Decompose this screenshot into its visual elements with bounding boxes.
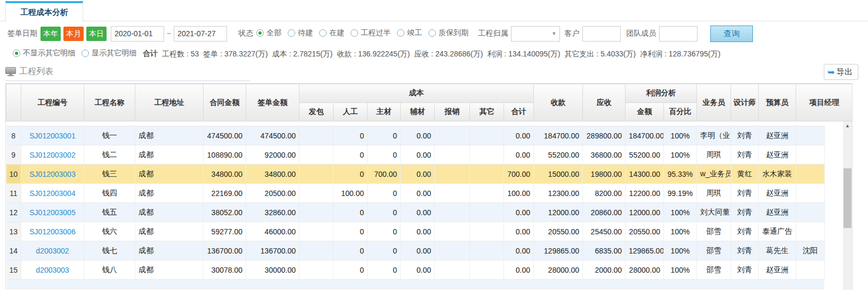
header-right-2[interactable]: 预算员 (759, 84, 796, 121)
table-row[interactable]: 9SJ012003002钱二成都108890.0092000.00000.000… (6, 145, 853, 165)
cost-labor[interactable]: 0 (334, 145, 368, 165)
quick-date-button-0[interactable]: 本年 (40, 27, 61, 41)
cost-aux-material[interactable]: 0.00 (401, 203, 435, 222)
cost-main-material[interactable]: 0 (368, 241, 401, 260)
sign-amount[interactable]: 474500.00 (246, 126, 299, 145)
cost-labor[interactable]: 0 (334, 165, 368, 184)
sign-amount[interactable]: 30000.00 (246, 260, 299, 280)
project-code[interactable]: d2003003 (21, 260, 84, 280)
table-row[interactable]: 13SJ012003006钱六成都59277.0046000.00000.000… (6, 222, 853, 241)
table-row[interactable]: 10SJ012003003钱三成都34800.0034800.000700.00… (6, 165, 853, 184)
header-cost-5[interactable]: 其它 (470, 103, 504, 121)
project-code[interactable]: SJ012003005 (21, 203, 84, 222)
scrollbar-thumb[interactable] (843, 168, 851, 228)
date-from-input[interactable] (111, 26, 164, 42)
ownership-select[interactable]: ▼ (511, 26, 560, 42)
date-to-input[interactable] (174, 26, 227, 42)
radio-icon[interactable] (319, 29, 327, 37)
sign-amount[interactable]: 92000.00 (246, 145, 299, 165)
cost-labor[interactable]: 0 (334, 203, 368, 222)
received-amount[interactable]: 184700.00 (534, 126, 583, 145)
table-row[interactable]: 15d2003003钱八成都30078.0030000.00000.000.00… (6, 260, 853, 280)
radio-icon[interactable] (256, 29, 264, 37)
status-option-1[interactable]: 待建 (288, 28, 313, 38)
cost-labor[interactable]: 0 (334, 126, 368, 145)
header-right-3[interactable]: 项目经理 (796, 84, 853, 121)
table-row[interactable]: 11SJ012003004钱四成都22169.0020500.00100.000… (6, 184, 853, 203)
radio-icon[interactable] (428, 29, 436, 37)
export-button[interactable]: ➥ 导出 (824, 64, 858, 80)
status-option-0[interactable]: 全部 (256, 28, 281, 38)
table-row[interactable]: 12SJ012003005钱五成都38052.0032860.00000.000… (6, 203, 853, 222)
sign-amount[interactable]: 34800.00 (246, 165, 299, 184)
project-code[interactable]: SJ012003004 (21, 184, 84, 203)
status-option-2[interactable]: 在建 (319, 28, 344, 38)
cost-main-material[interactable]: 0 (368, 260, 401, 280)
received-amount[interactable]: 12300.00 (534, 184, 583, 203)
project-code[interactable]: SJ012003003 (21, 165, 84, 184)
quick-date-button-1[interactable]: 本月 (63, 27, 84, 41)
table-row[interactable]: 14d2003002钱七成都136700.00136700.00000.000.… (6, 241, 853, 260)
detail-option-0[interactable]: 不显示其它明细 (13, 48, 75, 58)
header-cost-6[interactable]: 合计 (504, 103, 534, 121)
header-right-1[interactable]: 设计师 (731, 84, 759, 121)
header-left-4[interactable]: 签单金额 (246, 84, 299, 121)
header-cost-2[interactable]: 主材 (368, 103, 401, 121)
team-member-input[interactable] (659, 26, 697, 42)
project-code[interactable]: d2003002 (21, 241, 84, 260)
header-profit-1[interactable]: 百分比 (664, 103, 697, 121)
sign-amount[interactable]: 136700.00 (246, 241, 299, 260)
cost-aux-material[interactable]: 0.00 (401, 260, 435, 280)
cost-aux-material[interactable]: 0.00 (401, 165, 435, 184)
vertical-scrollbar[interactable]: ▲ (843, 121, 852, 290)
query-button[interactable]: 查询 (710, 26, 753, 42)
status-option-5[interactable]: 质保到期 (428, 28, 468, 38)
cost-main-material[interactable]: 0 (368, 203, 401, 222)
cost-aux-material[interactable]: 0.00 (401, 126, 435, 145)
received-amount[interactable]: 55200.00 (534, 145, 583, 165)
header-cost-1[interactable]: 人工 (334, 103, 368, 121)
cost-main-material[interactable]: 0 (368, 126, 401, 145)
received-amount[interactable]: 20550.00 (534, 222, 583, 241)
header-left-2[interactable]: 工程地址 (135, 84, 204, 121)
cost-labor[interactable]: 100.00 (334, 184, 368, 203)
cost-main-material[interactable]: 700.00 (368, 165, 401, 184)
radio-icon[interactable] (82, 50, 89, 57)
tab-project-cost-analysis[interactable]: 工程成本分析 (5, 1, 83, 22)
received-amount[interactable]: 129865.00 (534, 241, 583, 260)
header-left-1[interactable]: 工程名称 (84, 84, 135, 121)
customer-input[interactable] (582, 26, 621, 42)
project-code[interactable]: SJ012003002 (21, 145, 84, 165)
cost-main-material[interactable]: 0 (368, 222, 401, 241)
received-amount[interactable]: 12000.00 (534, 203, 583, 222)
radio-icon[interactable] (397, 29, 404, 37)
sign-amount[interactable]: 46000.00 (246, 222, 299, 241)
radio-icon[interactable] (13, 50, 20, 57)
header-received[interactable]: 收款 (534, 84, 583, 121)
radio-icon[interactable] (351, 29, 358, 37)
radio-icon[interactable] (288, 29, 295, 37)
cost-main-material[interactable]: 0 (368, 145, 401, 165)
table-row[interactable]: 8SJ012003001钱一成都474500.00474500.00000.00… (6, 126, 853, 145)
received-amount[interactable]: 28000.00 (534, 260, 583, 280)
cost-aux-material[interactable]: 0.00 (401, 222, 435, 241)
header-cost-4[interactable]: 报销 (435, 103, 470, 121)
cost-labor[interactable]: 0 (334, 222, 368, 241)
header-right-0[interactable]: 业务员 (697, 84, 731, 121)
sign-amount[interactable]: 32860.00 (246, 203, 299, 222)
cost-labor[interactable]: 0 (334, 260, 368, 280)
cost-aux-material[interactable]: 0.00 (401, 145, 435, 165)
header-cost-3[interactable]: 辅材 (401, 103, 435, 121)
cost-labor[interactable]: 0 (334, 241, 368, 260)
detail-option-1[interactable]: 显示其它明细 (82, 48, 136, 58)
cost-aux-material[interactable]: 0.00 (401, 184, 435, 203)
project-code[interactable]: SJ012003001 (21, 126, 84, 145)
cost-main-material[interactable]: 0 (368, 184, 401, 203)
triangle-up-icon[interactable]: ▲ (843, 121, 852, 130)
cost-aux-material[interactable]: 0.00 (401, 241, 435, 260)
quick-date-button-2[interactable]: 本日 (86, 27, 107, 41)
header-cost-0[interactable]: 发包 (299, 103, 334, 121)
header-left-0[interactable]: 工程编号 (21, 84, 84, 121)
sign-amount[interactable]: 20500.00 (246, 184, 299, 203)
header-profit-0[interactable]: 金额 (626, 103, 664, 121)
